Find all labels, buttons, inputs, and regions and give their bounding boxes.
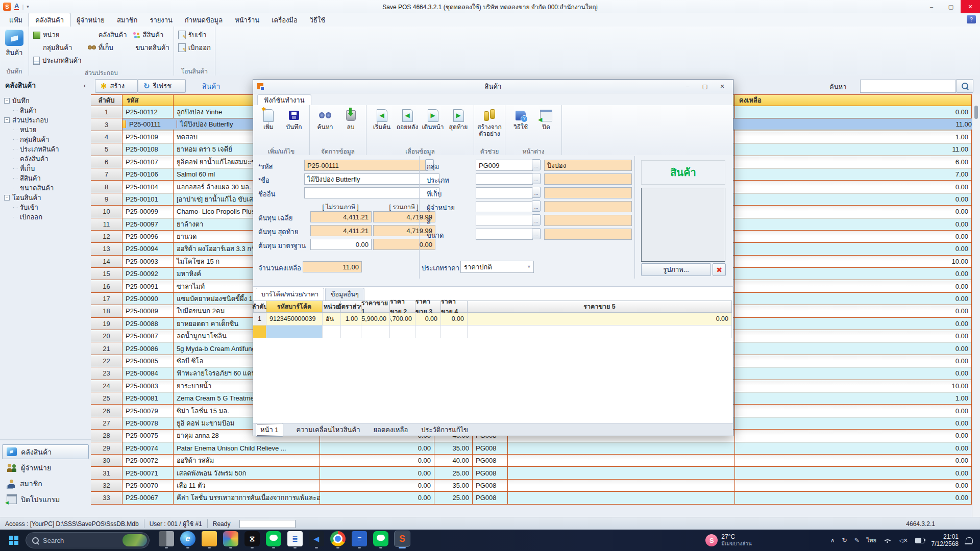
sidebar-nav-สมาชิก[interactable]: สมาชิก — [2, 476, 89, 491]
taskbar-app-line[interactable] — [266, 531, 281, 546]
dialog-button-สร้างจาก ตัวอย่าง[interactable]: สร้างจาก ตัวอย่าง — [477, 106, 502, 137]
lookup-code-field-กลุ่ม[interactable]: PG009 — [476, 160, 533, 171]
table-row[interactable]: 30P25-00072ออริด้า รสส้ม0.0040.00PG0080.… — [91, 455, 972, 467]
menu-item-7[interactable]: เครื่องมือ — [265, 13, 304, 27]
ribbon-button-ที่เก็บ[interactable]: ที่เก็บ — [88, 42, 127, 53]
lookup-button-ขนาด[interactable]: ... — [532, 228, 541, 239]
menu-item-4[interactable]: รายงาน — [143, 13, 178, 27]
taskbar-app-window-split[interactable] — [159, 531, 174, 546]
lookup-code-field-ผู้จำหน่าย[interactable] — [476, 201, 533, 212]
tree-item-เบิกออก[interactable]: เบิกออก — [4, 212, 91, 222]
tray-chevron-up-icon[interactable]: ∧ — [830, 537, 835, 544]
qty-field[interactable]: 11.00 — [303, 261, 362, 272]
tree-item-คลังสินค้า[interactable]: คลังสินค้า — [4, 154, 91, 164]
column-header-1[interactable]: รหัส — [122, 94, 174, 106]
maximize-button[interactable]: ▢ — [941, 0, 961, 13]
ribbon-button-ขนาดสินค้า[interactable]: ขนาดสินค้า — [133, 42, 169, 53]
search-input[interactable] — [860, 80, 956, 93]
menu-item-6[interactable]: หน้าร้าน — [229, 13, 265, 27]
lookup-button-ผู้จำหน่าย[interactable]: ... — [532, 201, 541, 212]
dialog-close-button[interactable]: ✕ — [715, 81, 730, 91]
dialog-maximize-button[interactable]: ▢ — [697, 81, 713, 91]
search-button[interactable] — [956, 79, 973, 93]
vertical-scrollbar[interactable] — [972, 94, 980, 517]
column-header-7[interactable]: คงเหลือ — [735, 94, 972, 106]
cost-ex-field-2[interactable]: 0.00 — [310, 239, 372, 250]
taskbar-app-chrome[interactable] — [330, 531, 346, 546]
ribbon-button-เบิกออก[interactable]: เบิกออก — [178, 42, 211, 53]
dialog-button-บันทึก[interactable]: บันทึก — [282, 106, 306, 131]
table-row[interactable]: 33P25-00067คีล่า โลชั่น บรรเทาอาการคันเน… — [91, 492, 972, 504]
dialog-button-ปิด[interactable]: ปิด — [534, 106, 558, 131]
taskbar-app-file-blue[interactable]: ≣ — [287, 531, 303, 546]
weather-widget[interactable]: S 27°C มีเมฆบางส่วน — [705, 534, 751, 547]
dialog-footer-tab-3[interactable]: ประวัติการแก้ไข — [421, 424, 468, 435]
tree-item-รับเข้า[interactable]: รับเข้า — [4, 203, 91, 212]
refresh-button[interactable]: ↻ รีเฟรช — [138, 79, 186, 93]
clock[interactable]: 21:01 7/12/2568 — [932, 533, 959, 547]
lookup-button-ประเภท[interactable]: ... — [532, 173, 541, 184]
ribbon-button-รับเข้า[interactable]: รับเข้า — [178, 30, 211, 40]
cost-ex-field-0[interactable]: 4,411.21 — [310, 211, 372, 222]
dialog-footer-tab-1[interactable]: ความเคลื่อนไหวสินค้า — [297, 424, 360, 435]
ribbon-button-หน่วย[interactable]: หน่วย — [33, 30, 82, 40]
column-header-0[interactable]: ลำดับ — [91, 94, 122, 106]
lookup-code-field-ขนาด[interactable] — [476, 229, 533, 240]
collapse-icon[interactable]: ‹ — [84, 82, 86, 89]
barcode-header-3[interactable]: อัตราส่วน — [341, 300, 361, 313]
tree-item-สีสินค้า[interactable]: สีสินค้า — [4, 173, 91, 183]
cost-inc-field-1[interactable]: 4,719.99 — [373, 225, 435, 236]
dialog-button-ถอยหลัง[interactable]: ◀ถอยหลัง — [395, 106, 420, 131]
barcode-new-cell-0[interactable] — [253, 325, 266, 338]
dialog-button-วิธีใช้[interactable]: วิธีใช้ — [508, 106, 533, 131]
taskbar-app-savepos[interactable]: S — [395, 531, 410, 546]
barcode-header-1[interactable]: รหัสบาร์โค้ด — [266, 300, 323, 313]
table-row[interactable]: 32P25-00070เสือ 11 ตัว0.0035.00PG0080.00 — [91, 480, 972, 492]
barcode-tab-0[interactable]: บาร์โค้ด/หน่วย/ราคา — [256, 288, 324, 300]
tree-item-ส่วนประกอบ[interactable]: −ส่วนประกอบ — [4, 115, 91, 125]
tray-pen-icon[interactable]: ✎ — [854, 537, 860, 544]
barcode-header-5[interactable]: ราคาขาย 2 — [390, 300, 415, 313]
volume-muted-icon[interactable]: ◁✕ — [899, 537, 908, 544]
ribbon-button-คลังสินค้า[interactable]: คลังสินค้า — [88, 30, 127, 40]
price-type-select[interactable]: ราคาปกติ˅ — [460, 261, 534, 273]
barcode-header-4[interactable]: ราคาขาย 1 — [361, 300, 390, 313]
scrollbar-thumb[interactable] — [974, 106, 978, 119]
taskbar-app-photos[interactable] — [223, 531, 238, 546]
menu-item-0[interactable]: แฟ้ม — [3, 13, 29, 27]
clear-image-button[interactable]: ✖ — [713, 263, 726, 276]
taskbar-search[interactable]: Search — [26, 532, 150, 548]
barcode-header-7[interactable]: ราคาขาย 4 — [441, 300, 468, 313]
tree-item-สินค้า[interactable]: สินค้า — [4, 106, 91, 115]
cost-ex-field-1[interactable]: 4,411.21 — [310, 225, 372, 236]
dialog-footer-tab-2[interactable]: ยอดคงเหลือ — [374, 424, 408, 435]
barcode-header-8[interactable]: ราคาขาย 5 — [468, 300, 732, 313]
expand-box-icon[interactable]: − — [4, 117, 10, 123]
notification-bell-icon[interactable] — [966, 537, 973, 543]
dialog-button-ลบ[interactable]: ลบ — [338, 106, 363, 131]
tree-item-โอนสินค้า[interactable]: −โอนสินค้า — [4, 193, 91, 203]
expand-box-icon[interactable]: − — [4, 195, 10, 201]
tree-item-ประเภทสินค้า[interactable]: ประเภทสินค้า — [4, 144, 91, 154]
ribbon-button-กลุ่มสินค้า[interactable]: กลุ่มสินค้า — [33, 42, 82, 53]
dialog-footer-tab-0[interactable]: หน้า 1 — [256, 423, 283, 437]
dialog-button-สุดท้าย[interactable]: ▶สุดท้าย — [446, 106, 471, 131]
lookup-code-field-ที่เก็บ[interactable] — [476, 187, 533, 198]
dialog-button-เริ่มต้น[interactable]: ◀เริ่มต้น — [370, 106, 394, 131]
table-row[interactable]: 31P25-00071เสลดพังพอน วังพรม 50ก0.0025.0… — [91, 467, 972, 479]
barcode-new-cell-1[interactable] — [266, 325, 323, 338]
code-field[interactable]: P25-00111 — [304, 160, 428, 171]
menu-item-2[interactable]: ผู้จำหน่าย — [70, 13, 111, 27]
cost-inc-field-0[interactable]: 4,719.99 — [373, 211, 435, 222]
barcode-tab-1[interactable]: ข้อมูลอื่นๆ — [325, 288, 364, 300]
help-book-icon[interactable]: ? — [967, 15, 976, 23]
product-image-box[interactable] — [641, 188, 725, 262]
table-row[interactable]: 29P25-00074Patar Enema Unison Child Reli… — [91, 442, 972, 455]
tree-item-บันทึก[interactable]: −บันทึก — [4, 96, 91, 106]
picture-button[interactable]: รูปภาพ... — [641, 263, 711, 276]
menu-item-5[interactable]: กำหนดข้อมูล — [179, 13, 229, 27]
taskbar-app-folder[interactable] — [202, 531, 217, 546]
lookup-button-กลุ่ม[interactable]: ... — [532, 159, 541, 170]
tree-item-ที่เก็บ[interactable]: ที่เก็บ — [4, 164, 91, 173]
sidebar-nav-ผู้จำหน่าย[interactable]: ผู้จำหน่าย — [2, 460, 89, 475]
